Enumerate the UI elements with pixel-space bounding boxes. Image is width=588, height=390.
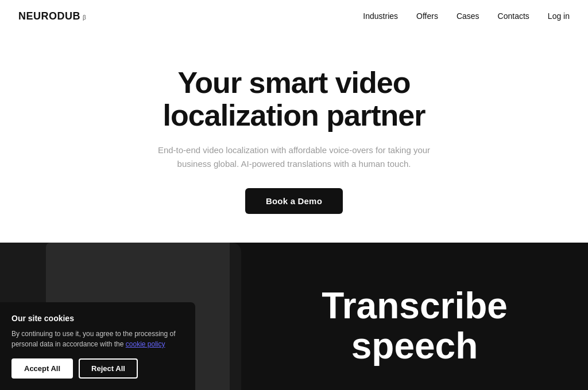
cookie-text: By continuing to use it, you agree to th… [11,329,184,349]
reject-all-button[interactable]: Reject All [79,358,138,379]
cookie-title: Our site cookies [11,314,184,323]
cookie-policy-link[interactable]: cookie policy [126,340,165,348]
nav-cases[interactable]: Cases [457,11,479,21]
transcribe-heading: Transcribe speech [322,286,508,366]
hero-section: Your smart video localization partner En… [0,32,588,243]
hero-subtitle: End-to-end video localization with affor… [156,143,432,171]
nav-industries[interactable]: Industries [363,11,398,21]
main-nav: Industries Offers Cases Contacts Log in [363,11,570,21]
book-demo-button[interactable]: Book a Demo [245,188,343,214]
nav-login[interactable]: Log in [548,11,570,21]
header: NEURODUB β Industries Offers Cases Conta… [0,0,588,32]
cookie-buttons: Accept All Reject All [11,358,184,379]
logo-area: NEURODUB β [18,10,86,22]
hero-title: Your smart video localization partner [18,67,570,132]
cookie-banner: Our site cookies By continuing to use it… [0,302,195,390]
accept-all-button[interactable]: Accept All [11,358,73,379]
nav-contacts[interactable]: Contacts [498,11,529,21]
logo-beta: β [83,14,86,21]
logo-text: NEURODUB [18,10,80,22]
nav-offers[interactable]: Offers [416,11,438,21]
dark-right-text: Transcribe speech [241,286,588,366]
